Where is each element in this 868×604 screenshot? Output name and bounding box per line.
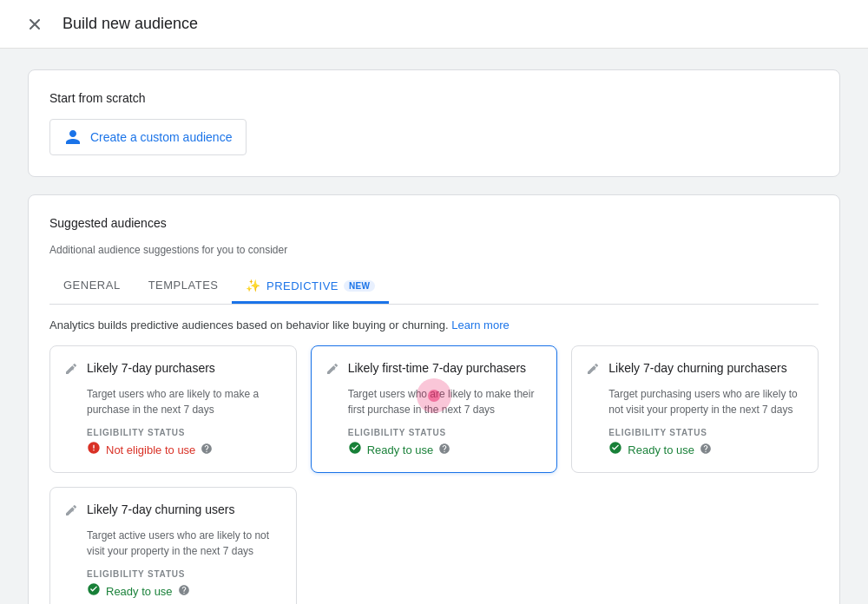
- ready-icon-3: [608, 441, 622, 458]
- not-eligible-text: Not eligible to use: [106, 443, 195, 456]
- audience-grid: Likely 7-day purchasers Target users who…: [49, 345, 819, 604]
- card-header: Likely 7-day purchasers: [64, 360, 282, 379]
- eligibility-label-1: ELIGIBILITY STATUS: [87, 428, 282, 437]
- eligibility-label-3: ELIGIBILITY STATUS: [608, 428, 804, 437]
- info-banner: Analytics builds predictive audiences ba…: [49, 318, 819, 332]
- card-title-4: Likely 7-day churning users: [87, 502, 234, 519]
- card-desc-4: Target active users who are likely to no…: [87, 528, 282, 559]
- person-icon: [64, 128, 82, 146]
- ready-icon-2: [348, 441, 362, 458]
- card-desc-3: Target purchasing users who are likely t…: [608, 386, 804, 417]
- card-title-1: Likely 7-day purchasers: [87, 360, 215, 378]
- audience-card-likely-7day-churning-users[interactable]: Likely 7-day churning users Target activ…: [49, 487, 297, 604]
- help-icon-1[interactable]: [201, 443, 213, 457]
- create-custom-audience-button[interactable]: Create a custom audience: [49, 119, 247, 155]
- eligibility-label-4: ELIGIBILITY STATUS: [87, 569, 282, 579]
- wand-icon-card4: [64, 503, 78, 521]
- ready-text-2: Ready to use: [367, 443, 434, 456]
- main-content: Start from scratch Create a custom audie…: [0, 49, 868, 604]
- eligibility-label-2: ELIGIBILITY STATUS: [348, 428, 543, 437]
- new-badge: NEW: [344, 280, 375, 292]
- create-custom-audience-label: Create a custom audience: [90, 130, 232, 144]
- card-desc-1: Target users who are likely to make a pu…: [87, 386, 282, 417]
- card-header-2: Likely first-time 7-day purchasers: [326, 360, 543, 379]
- tab-templates[interactable]: TEMPLATES: [135, 270, 233, 304]
- ready-text-3: Ready to use: [628, 443, 694, 456]
- close-button[interactable]: [21, 10, 49, 38]
- tab-general[interactable]: GENERAL: [49, 270, 135, 304]
- suggested-section: Suggested audiences Additional audience …: [28, 194, 840, 604]
- card-header-4: Likely 7-day churning users: [64, 502, 282, 521]
- header: Build new audience: [0, 0, 868, 49]
- info-text: Analytics builds predictive audiences ba…: [49, 318, 449, 332]
- audience-card-likely-7day-purchasers[interactable]: Likely 7-day purchasers Target users who…: [49, 345, 297, 473]
- audience-card-likely-7day-churning-purchasers[interactable]: Likely 7-day churning purchasers Target …: [571, 345, 819, 473]
- audience-card-likely-first-time-purchasers[interactable]: Likely first-time 7-day purchasers Targe…: [311, 345, 558, 473]
- card-header-3: Likely 7-day churning purchasers: [586, 360, 804, 379]
- scratch-title: Start from scratch: [49, 91, 819, 105]
- eligibility-status-2: Ready to use: [348, 441, 543, 458]
- eligibility-status-3: Ready to use: [608, 441, 804, 458]
- card-title-2: Likely first-time 7-day purchasers: [348, 360, 526, 378]
- ready-icon-4: [87, 582, 101, 600]
- wand-icon-card3: [586, 362, 600, 379]
- scratch-section: Start from scratch Create a custom audie…: [28, 69, 840, 177]
- cursor-ripple: [417, 378, 451, 413]
- predictive-tab-label: PREDICTIVE: [266, 279, 339, 292]
- help-icon-4[interactable]: [178, 584, 190, 599]
- tabs-container: GENERAL TEMPLATES ✨ PREDICTIVE NEW: [49, 270, 819, 305]
- help-icon-2[interactable]: [438, 443, 450, 457]
- page-title: Build new audience: [62, 15, 198, 33]
- wand-icon-card2: [326, 362, 339, 379]
- suggested-title: Suggested audiences: [49, 216, 819, 230]
- eligibility-status-4: Ready to use: [87, 582, 282, 600]
- eligibility-status-1: Not eligible to use: [87, 441, 282, 458]
- tab-predictive[interactable]: ✨ PREDICTIVE NEW: [232, 270, 389, 304]
- learn-more-link[interactable]: Learn more: [451, 318, 509, 332]
- suggested-subtitle: Additional audience suggestions for you …: [49, 244, 819, 256]
- card-title-3: Likely 7-day churning purchasers: [608, 360, 786, 378]
- wand-icon: ✨: [246, 279, 261, 292]
- wand-icon-card1: [64, 362, 78, 379]
- not-eligible-icon: [87, 441, 101, 458]
- help-icon-3[interactable]: [700, 443, 712, 457]
- ready-text-4: Ready to use: [106, 585, 173, 598]
